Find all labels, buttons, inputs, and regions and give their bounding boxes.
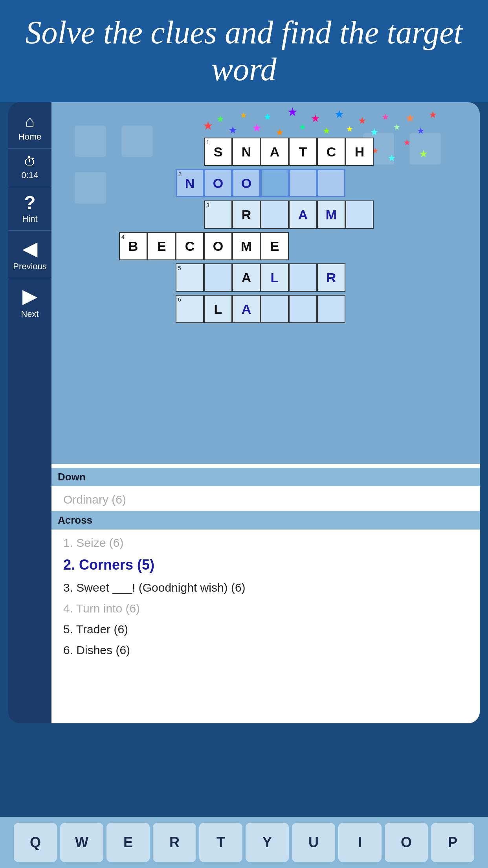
cell-3-blank3[interactable]	[345, 200, 374, 229]
cell-2-blank2[interactable]	[289, 169, 317, 197]
cell-6-blank1[interactable]: 6	[176, 295, 204, 323]
timer-value: 0:14	[22, 170, 39, 180]
key-y[interactable]: Y	[246, 823, 289, 862]
header: Solve the clues and find the target word	[0, 0, 488, 102]
previous-button[interactable]: ◀ Previous	[8, 231, 51, 278]
cell-6-a[interactable]: A	[232, 295, 261, 323]
key-w[interactable]: W	[60, 823, 103, 862]
svg-text:★: ★	[405, 112, 415, 124]
cell-6-blank4[interactable]	[317, 295, 345, 323]
svg-text:★: ★	[299, 123, 306, 131]
key-u[interactable]: U	[292, 823, 335, 862]
svg-text:★: ★	[370, 126, 379, 138]
cell-1-c[interactable]: C	[317, 138, 345, 166]
cell-6-blank3[interactable]	[289, 295, 317, 323]
key-e[interactable]: E	[106, 823, 150, 862]
cell-2-n[interactable]: 2 N	[176, 169, 204, 197]
cell-4-o[interactable]: O	[204, 232, 232, 260]
cell-3-m[interactable]: M	[317, 200, 345, 229]
clues-area: Down Ordinary (6) Across 1. Seize (6) 2.…	[51, 464, 480, 723]
svg-text:★: ★	[240, 111, 247, 120]
cell-2-o2[interactable]: O	[232, 169, 261, 197]
svg-text:★: ★	[311, 112, 320, 124]
next-label: Next	[21, 309, 39, 319]
clue-down-ordinary[interactable]: Ordinary (6)	[63, 486, 468, 507]
svg-text:★: ★	[419, 148, 428, 160]
svg-rect-0	[75, 125, 106, 156]
cell-3-blank2[interactable]	[261, 200, 289, 229]
previous-arrow-icon: ◀	[22, 237, 37, 260]
cell-1-t[interactable]: T	[289, 138, 317, 166]
svg-rect-1	[121, 125, 152, 156]
main-area: ★ ★ ★ ★ ★ ★ ★ ★ ★ ★ ★ ★ ★ ★ ★ ★ ★	[51, 102, 480, 723]
crossword-area: ★ ★ ★ ★ ★ ★ ★ ★ ★ ★ ★ ★ ★ ★ ★ ★ ★	[51, 102, 480, 464]
header-title: Solve the clues and find the target word	[16, 14, 472, 88]
svg-text:★: ★	[417, 126, 425, 136]
cell-5-blank3[interactable]	[289, 263, 317, 292]
cell-4-e[interactable]: E	[147, 232, 176, 260]
svg-text:★: ★	[382, 112, 389, 122]
previous-label: Previous	[13, 261, 47, 272]
timer-display: ⏱ 0:14	[8, 149, 51, 187]
next-button[interactable]: ▶ Next	[8, 278, 51, 326]
cell-2-blank1[interactable]	[261, 169, 289, 197]
key-o[interactable]: O	[385, 823, 428, 862]
svg-text:★: ★	[403, 138, 411, 147]
sidebar: ⌂ Home ⏱ 0:14 ? Hint ◀ Previous ▶ Next	[8, 102, 51, 723]
cell-4-e2[interactable]: E	[261, 232, 289, 260]
svg-text:★: ★	[323, 126, 330, 136]
clue-across-3[interactable]: 3. Sweet ___! (Goodnight wish) (6)	[63, 574, 468, 595]
key-p[interactable]: P	[431, 823, 474, 862]
svg-text:★: ★	[334, 108, 344, 120]
home-button[interactable]: ⌂ Home	[8, 106, 51, 149]
key-t[interactable]: T	[199, 823, 242, 862]
cell-5-blank2[interactable]	[204, 263, 232, 292]
clue-across-1[interactable]: 1. Seize (6)	[63, 530, 468, 550]
next-arrow-icon: ▶	[22, 285, 37, 307]
cell-5-r[interactable]: R	[317, 263, 345, 292]
svg-rect-4	[75, 172, 106, 203]
across-section-header: Across	[51, 511, 480, 530]
cell-4-c[interactable]: C	[176, 232, 204, 260]
cell-3-r[interactable]: R	[232, 200, 261, 229]
cell-1-n[interactable]: N	[232, 138, 261, 166]
cell-5-a[interactable]: A	[232, 263, 261, 292]
clue-across-5[interactable]: 5. Trader (6)	[63, 616, 468, 637]
clue-across-2[interactable]: 2. Corners (5)	[63, 550, 468, 574]
svg-text:★: ★	[203, 119, 213, 132]
home-label: Home	[18, 132, 42, 142]
svg-text:★: ★	[346, 125, 353, 133]
cell-6-l[interactable]: L	[204, 295, 232, 323]
cell-5-l[interactable]: L	[261, 263, 289, 292]
cell-2-o[interactable]: O	[204, 169, 232, 197]
svg-text:★: ★	[393, 123, 400, 131]
key-i[interactable]: I	[338, 823, 382, 862]
keyboard-area: Q W E R T Y U I O P	[0, 817, 488, 868]
hint-label: Hint	[22, 214, 37, 224]
cell-3-blank1[interactable]: 3	[204, 200, 232, 229]
svg-text:★: ★	[228, 124, 237, 136]
down-section-header: Down	[51, 468, 480, 486]
clue-across-4[interactable]: 4. Turn into (6)	[63, 595, 468, 616]
cell-4-m[interactable]: M	[232, 232, 261, 260]
clue-across-6[interactable]: 6. Dishes (6)	[63, 637, 468, 658]
hint-button[interactable]: ? Hint	[8, 187, 51, 231]
cell-1-a[interactable]: A	[261, 138, 289, 166]
cell-2-blank3[interactable]	[317, 169, 345, 197]
svg-text:★: ★	[264, 112, 272, 122]
svg-rect-3	[410, 133, 441, 164]
cell-4-b[interactable]: 4 B	[119, 232, 147, 260]
svg-text:★: ★	[287, 106, 298, 118]
key-q[interactable]: Q	[14, 823, 57, 862]
svg-text:★: ★	[252, 122, 262, 134]
key-r[interactable]: R	[153, 823, 196, 862]
cell-5-blank1[interactable]: 5	[176, 263, 204, 292]
question-icon: ?	[24, 193, 35, 212]
cell-1-h[interactable]: H	[345, 138, 374, 166]
cell-3-a[interactable]: A	[289, 200, 317, 229]
cell-1-s[interactable]: 1 S	[204, 138, 232, 166]
cell-6-blank2[interactable]	[261, 295, 289, 323]
svg-text:★: ★	[387, 153, 396, 163]
svg-text:★: ★	[429, 109, 437, 120]
svg-text:★: ★	[275, 127, 284, 138]
